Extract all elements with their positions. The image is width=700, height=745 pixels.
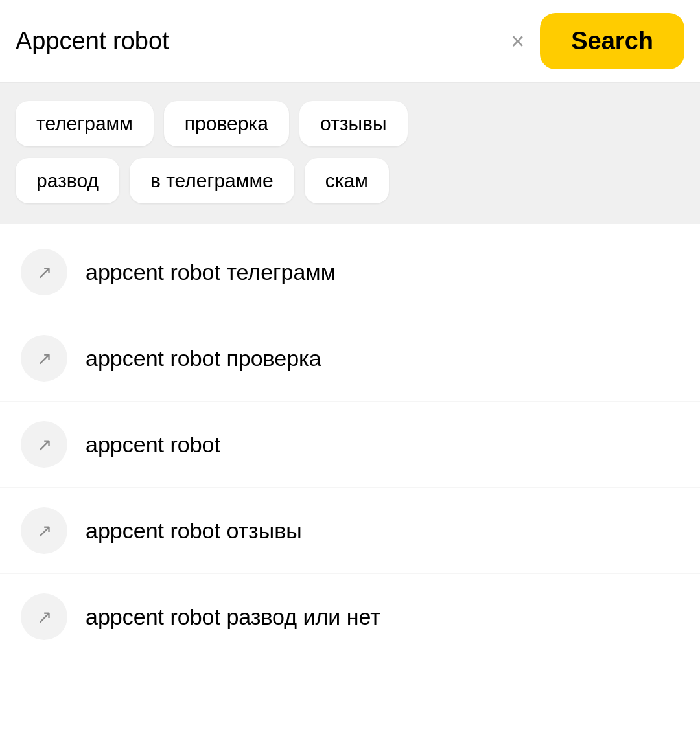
- search-button[interactable]: Search: [540, 13, 684, 69]
- tag-chip-check[interactable]: проверка: [164, 101, 289, 146]
- search-input-wrapper: Appcent robot ×: [16, 25, 530, 58]
- suggestion-icon-circle-2: ↗: [21, 335, 67, 382]
- tag-chip-scam[interactable]: развод: [16, 158, 119, 203]
- close-icon: ×: [511, 30, 524, 53]
- tag-chip-telegram[interactable]: телеграмм: [16, 101, 154, 146]
- arrow-northeast-icon-3: ↗: [37, 434, 52, 455]
- suggestion-item-2[interactable]: ↗ appcent robot проверка: [0, 315, 700, 402]
- tags-section: телеграмм проверка отзывы развод в телег…: [0, 83, 700, 224]
- search-query-text[interactable]: Appcent robot: [16, 27, 498, 56]
- suggestion-item-4[interactable]: ↗ appcent robot отзывы: [0, 488, 700, 574]
- suggestion-text-5: appcent robot развод или нет: [86, 604, 380, 630]
- suggestion-icon-circle-3: ↗: [21, 421, 67, 468]
- suggestion-icon-circle-4: ↗: [21, 507, 67, 554]
- arrow-northeast-icon-2: ↗: [37, 348, 52, 369]
- arrow-northeast-icon-4: ↗: [37, 520, 52, 542]
- suggestion-icon-circle-1: ↗: [21, 249, 67, 295]
- suggestion-icon-circle-5: ↗: [21, 593, 67, 640]
- tags-row-2: развод в телеграмме скам: [16, 158, 684, 203]
- suggestion-text-4: appcent robot отзывы: [86, 518, 302, 544]
- arrow-northeast-icon-1: ↗: [37, 262, 52, 283]
- suggestion-text-2: appcent robot проверка: [86, 346, 321, 371]
- tag-chip-reviews[interactable]: отзывы: [299, 101, 408, 146]
- search-bar: Appcent robot × Search: [0, 0, 700, 83]
- suggestion-item-3[interactable]: ↗ appcent robot: [0, 402, 700, 488]
- suggestion-item-1[interactable]: ↗ appcent robot телеграмм: [0, 229, 700, 315]
- suggestion-text-1: appcent robot телеграмм: [86, 260, 336, 285]
- clear-button[interactable]: ×: [506, 25, 530, 58]
- tag-chip-scam2[interactable]: скам: [305, 158, 389, 203]
- suggestion-item-5[interactable]: ↗ appcent robot развод или нет: [0, 574, 700, 659]
- suggestions-section: ↗ appcent robot телеграмм ↗ appcent robo…: [0, 224, 700, 659]
- tags-row-1: телеграмм проверка отзывы: [16, 101, 684, 146]
- arrow-northeast-icon-5: ↗: [37, 606, 52, 628]
- tag-chip-in-telegram[interactable]: в телеграмме: [130, 158, 294, 203]
- suggestion-text-3: appcent robot: [86, 432, 220, 457]
